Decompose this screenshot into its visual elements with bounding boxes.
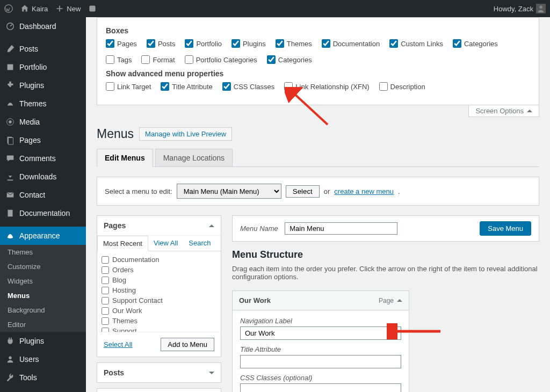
pages-tab-recent[interactable]: Most Recent: [97, 236, 148, 251]
caret-up-icon: [527, 110, 532, 112]
page-item[interactable]: Blog: [102, 275, 216, 285]
page-item[interactable]: Hosting: [102, 285, 216, 295]
submenu-editor[interactable]: Editor: [0, 317, 86, 332]
menu-item-our-work: Our Work Page Navigation Label Title Att…: [232, 291, 409, 392]
sidebar-item-users[interactable]: Users: [0, 350, 86, 368]
box-checkbox-categories[interactable]: Categories: [453, 39, 498, 48]
sidebar-item-plugins[interactable]: Plugins: [0, 332, 86, 350]
box-checkbox-themes[interactable]: Themes: [276, 39, 312, 48]
box-checkbox-documentation[interactable]: Documentation: [322, 39, 380, 48]
nav-label-label: Navigation Label: [240, 317, 401, 325]
menu-name-label: Menu Name: [240, 224, 278, 233]
pages-postbox-header[interactable]: Pages: [97, 216, 221, 236]
sidebar-item-comments[interactable]: Comments: [0, 149, 86, 168]
submenu-widgets[interactable]: Widgets: [0, 274, 86, 288]
page-item[interactable]: Themes: [102, 316, 216, 326]
pages-tab-search[interactable]: Search: [183, 236, 216, 251]
svg-rect-11: [8, 210, 13, 217]
structure-title: Menu Structure: [232, 249, 539, 260]
yoast-icon[interactable]: [88, 4, 97, 13]
tab-manage-locations[interactable]: Manage Locations: [155, 149, 233, 166]
box-checkbox-custom-links[interactable]: Custom Links: [389, 39, 443, 48]
pages-tab-viewall[interactable]: View All: [148, 236, 183, 251]
title-attr-input[interactable]: [240, 355, 401, 368]
portfolio-postbox-header[interactable]: Portfolio: [97, 389, 221, 392]
box-checkbox-posts[interactable]: Posts: [147, 39, 176, 48]
advanced-checkbox-link-relationship-xfn-[interactable]: Link Relationship (XFN): [284, 82, 369, 91]
submenu-themes[interactable]: Themes: [0, 245, 86, 259]
box-checkbox-portfolio-categories[interactable]: Portfolio Categories: [185, 55, 257, 64]
menu-item-title: Our Work: [239, 296, 271, 304]
submenu-background[interactable]: Background: [0, 303, 86, 317]
sidebar-item-portfolio[interactable]: Portfolio: [0, 58, 86, 76]
advanced-checkbox-title-attribute[interactable]: Title Attribute: [161, 82, 212, 91]
select-prompt: Select a menu to edit:: [105, 187, 172, 195]
posts-postbox: Posts: [97, 362, 221, 383]
sidebar-item-themes-cpt[interactable]: Themes: [0, 95, 86, 113]
posts-postbox-header[interactable]: Posts: [97, 363, 221, 382]
screen-options-toggle[interactable]: Screen Options: [468, 105, 539, 117]
sidebar-item-tools[interactable]: Tools: [0, 368, 86, 387]
caret-down-icon: [209, 372, 214, 374]
new-content-link[interactable]: New: [55, 4, 81, 13]
advanced-checkbox-link-target[interactable]: Link Target: [106, 82, 151, 91]
structure-description: Drag each item into the order you prefer…: [232, 265, 539, 281]
box-checkbox-tags[interactable]: Tags: [106, 55, 132, 64]
sidebar-item-settings[interactable]: Settings: [0, 387, 86, 392]
wp-logo-icon[interactable]: [4, 4, 13, 13]
live-preview-button[interactable]: Manage with Live Preview: [139, 127, 232, 141]
sidebar-item-plugins-cpt[interactable]: Plugins: [0, 76, 86, 95]
nav-label-input[interactable]: [240, 326, 401, 340]
admin-toolbar: Kaira New Howdy, Zack: [0, 0, 550, 17]
sidebar-item-contact[interactable]: Contact: [0, 186, 86, 204]
page-item[interactable]: Support Contact: [102, 295, 216, 306]
svg-rect-9: [8, 138, 13, 145]
admin-sidebar: Dashboard Posts Portfolio Plugins Themes…: [0, 17, 86, 392]
page-item[interactable]: Orders: [102, 265, 216, 275]
box-checkbox-categories[interactable]: Categories: [267, 55, 312, 64]
advanced-checkbox-css-classes[interactable]: CSS Classes: [222, 82, 275, 91]
save-menu-button[interactable]: Save Menu: [480, 221, 531, 236]
sidebar-item-documentation[interactable]: Documentation: [0, 204, 86, 222]
sidebar-item-appearance[interactable]: Appearance: [0, 227, 86, 245]
tab-edit-menus[interactable]: Edit Menus: [97, 149, 153, 167]
select-all-link[interactable]: Select All: [104, 340, 132, 349]
submenu-customize[interactable]: Customize: [0, 259, 86, 274]
css-classes-label: CSS Classes (optional): [240, 374, 401, 382]
menu-select-row: Select a menu to edit: Main Menu (Main M…: [97, 177, 539, 206]
create-menu-link[interactable]: create a new menu: [334, 187, 394, 195]
sidebar-item-pages[interactable]: Pages: [0, 131, 86, 149]
page-item[interactable]: Documentation: [102, 255, 216, 265]
caret-up-icon: [209, 224, 214, 227]
box-checkbox-plugins[interactable]: Plugins: [231, 39, 266, 48]
sidebar-item-posts[interactable]: Posts: [0, 40, 86, 58]
or-text: or: [324, 187, 330, 195]
menu-item-handle[interactable]: Our Work Page: [233, 291, 409, 310]
submenu-menus[interactable]: Menus: [0, 288, 86, 303]
howdy-text: Howdy, Zack: [494, 5, 533, 13]
title-attr-label: Title Attribute: [240, 345, 401, 353]
page-item[interactable]: Our Work: [102, 306, 216, 316]
advanced-checkbox-description[interactable]: Description: [379, 82, 425, 91]
sidebar-item-media[interactable]: Media: [0, 113, 86, 131]
sidebar-item-dashboard[interactable]: Dashboard: [0, 17, 86, 35]
caret-up-icon: [397, 299, 402, 302]
page-title: Menus: [97, 127, 134, 141]
svg-rect-5: [8, 64, 13, 70]
css-classes-input[interactable]: [240, 383, 401, 392]
box-checkbox-format[interactable]: Format: [141, 55, 175, 64]
howdy-user[interactable]: Howdy, Zack: [494, 4, 546, 13]
menu-name-input[interactable]: [285, 222, 397, 235]
menu-select[interactable]: Main Menu (Main Menu): [177, 184, 281, 199]
new-label: New: [67, 5, 81, 13]
box-checkbox-pages[interactable]: Pages: [106, 39, 137, 48]
screen-options-panel: Boxes PagesPostsPortfolioPluginsThemesDo…: [97, 17, 539, 105]
add-to-menu-button[interactable]: Add to Menu: [161, 338, 214, 351]
appearance-submenu: Themes Customize Widgets Menus Backgroun…: [0, 245, 86, 332]
sidebar-item-downloads[interactable]: Downloads: [0, 168, 86, 186]
select-button[interactable]: Select: [286, 185, 320, 198]
box-checkbox-portfolio[interactable]: Portfolio: [185, 39, 222, 48]
main-content: Boxes PagesPostsPortfolioPluginsThemesDo…: [86, 17, 550, 392]
page-item[interactable]: Support: [102, 326, 216, 332]
site-name-link[interactable]: Kaira: [20, 4, 48, 13]
